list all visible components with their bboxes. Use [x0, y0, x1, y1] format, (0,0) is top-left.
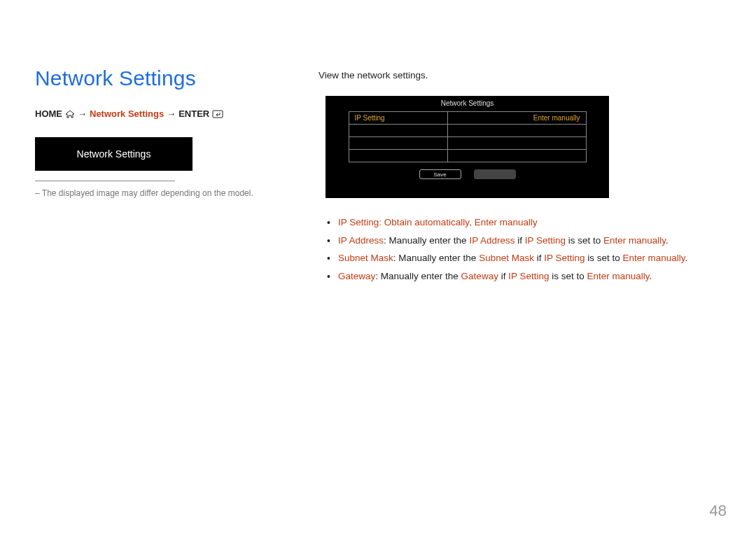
right-column: View the network settings. Network Setti… — [318, 70, 710, 286]
term-ip-setting: IP Setting — [338, 217, 379, 227]
home-icon — [65, 110, 75, 118]
description-list: IP Setting: Obtain automatically, Enter … — [326, 215, 710, 283]
osd-table: IP Setting Enter manually — [349, 111, 587, 162]
menu-tile-network-settings: Network Settings — [35, 137, 192, 171]
list-item: IP Setting: Obtain automatically, Enter … — [326, 215, 710, 230]
page-title: Network Settings — [35, 66, 301, 90]
breadcrumb-item: Network Settings — [90, 108, 164, 119]
left-column: Network Settings HOME → Network Settings… — [35, 66, 301, 198]
table-row: IP Setting Enter manually — [349, 112, 586, 125]
osd-screenshot: Network Settings IP Setting Enter manual… — [326, 96, 609, 198]
table-row — [349, 137, 586, 150]
menu-tile-label: Network Settings — [77, 148, 151, 160]
list-item: Subnet Mask: Manually enter the Subnet M… — [326, 251, 710, 266]
svg-rect-0 — [213, 111, 223, 118]
manual-page: Network Settings HOME → Network Settings… — [0, 0, 756, 534]
osd-button-row: Save Close — [326, 169, 608, 179]
divider — [35, 181, 175, 181]
breadcrumb-enter: ENTER — [178, 108, 209, 119]
table-row — [349, 125, 586, 137]
intro-text: View the network settings. — [318, 70, 710, 80]
arrow-icon: → — [78, 108, 87, 119]
footnote: The displayed image may differ depending… — [35, 188, 301, 198]
osd-title: Network Settings — [326, 97, 608, 111]
osd-close-button: Close — [474, 169, 516, 179]
enter-icon — [212, 110, 225, 118]
term-gateway: Gateway — [338, 271, 375, 281]
table-row — [349, 150, 586, 162]
osd-row-label: IP Setting — [349, 112, 448, 125]
arrow-icon: → — [167, 108, 176, 119]
list-item: IP Address: Manually enter the IP Addres… — [326, 233, 710, 248]
breadcrumb: HOME → Network Settings → ENTER — [35, 108, 301, 119]
term-ip-address: IP Address — [338, 235, 384, 246]
osd-row-value: Enter manually — [448, 112, 586, 125]
list-item: Gateway: Manually enter the Gateway if I… — [326, 269, 710, 284]
term-subnet-mask: Subnet Mask — [338, 253, 393, 263]
breadcrumb-home: HOME — [35, 108, 62, 119]
page-number: 48 — [710, 502, 727, 520]
osd-save-button: Save — [419, 169, 461, 179]
